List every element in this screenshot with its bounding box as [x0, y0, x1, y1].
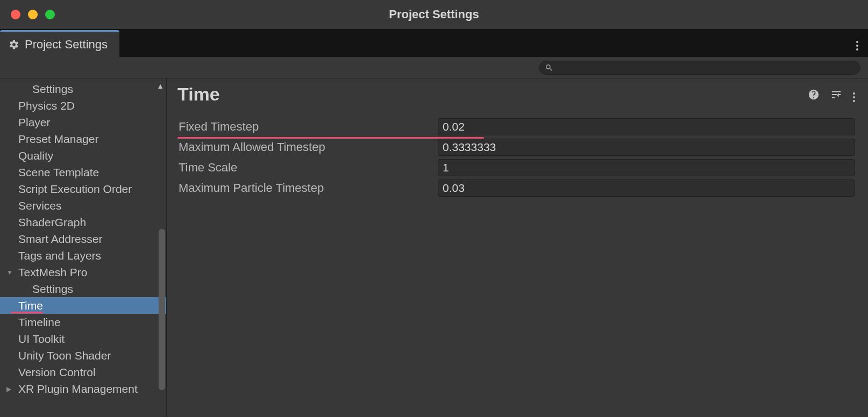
sidebar-item-ui-toolkit[interactable]: UI Toolkit [0, 330, 166, 347]
sidebar-item-label: Physics 2D [18, 99, 75, 112]
sidebar-item-services[interactable]: Services [0, 197, 166, 214]
sidebar-item-label: Settings [32, 83, 73, 96]
sidebar-item-smart-addresser[interactable]: Smart Addresser [0, 231, 166, 247]
sidebar-item-script-execution-order[interactable]: Script Execution Order [0, 181, 166, 197]
toolbar [0, 57, 868, 78]
kebab-icon [853, 92, 855, 102]
sidebar-item-label: Timeline [18, 316, 61, 329]
property-label: Maximum Allowed Timestep [177, 140, 438, 154]
sidebar-item-label: Version Control [18, 366, 96, 379]
sidebar-item-scene-template[interactable]: Scene Template [0, 164, 166, 181]
gear-icon [9, 39, 19, 50]
sidebar-item-time[interactable]: Time [0, 297, 166, 314]
window-controls [11, 10, 55, 19]
arrow-right-icon: ▶ [6, 385, 11, 393]
property-row-maximum-particle-timestep: Maximum Particle Timestep [177, 178, 855, 198]
sidebar-item-version-control[interactable]: Version Control [0, 364, 166, 380]
sidebar-item-settings[interactable]: Settings [0, 81, 166, 97]
sidebar-item-label: TextMesh Pro [18, 266, 87, 279]
close-window-button[interactable] [11, 10, 20, 19]
window-title: Project Settings [0, 8, 868, 21]
sidebar-item-label: Tags and Layers [18, 249, 101, 262]
panel-title: Time [177, 84, 220, 105]
property-label: Maximum Particle Timestep [177, 181, 438, 195]
sidebar-item-quality[interactable]: Quality [0, 147, 166, 164]
sidebar-item-textmesh-pro[interactable]: ▼TextMesh Pro [0, 264, 166, 281]
sidebar-item-label: Preset Manager [18, 133, 98, 146]
sidebar-item-label: Settings [32, 283, 73, 296]
help-icon[interactable] [808, 89, 820, 100]
sidebar-item-label: Time [18, 299, 43, 312]
tab-project-settings[interactable]: Project Settings [0, 30, 119, 57]
tab-label: Project Settings [25, 38, 108, 52]
sidebar-item-player[interactable]: Player [0, 114, 166, 131]
annotation-underline [11, 312, 43, 313]
sidebar-item-unity-toon-shader[interactable]: Unity Toon Shader [0, 347, 166, 364]
sidebar-item-shadergraph[interactable]: ShaderGraph [0, 214, 166, 231]
property-label: Fixed Timestep [177, 120, 438, 134]
window-titlebar: Project Settings [0, 0, 868, 29]
sidebar-item-tags-and-layers[interactable]: Tags and Layers [0, 247, 166, 264]
zoom-window-button[interactable] [45, 10, 55, 19]
property-row-time-scale: Time Scale [177, 157, 855, 178]
property-input-maximum-allowed-timestep[interactable] [438, 139, 855, 156]
settings-slider-icon[interactable] [830, 89, 842, 100]
sidebar-item-settings[interactable]: Settings [0, 281, 166, 297]
sidebar-item-label: Script Execution Order [18, 183, 132, 196]
sidebar-item-physics-2d[interactable]: Physics 2D [0, 97, 166, 114]
panel-menu-button[interactable] [853, 87, 855, 102]
property-input-fixed-timestep[interactable] [438, 118, 855, 135]
sidebar-item-label: XR Plugin Management [18, 383, 138, 396]
main-panel: Time Fixed TimestepMaximum Allowed Times… [167, 78, 868, 417]
sidebar-item-label: Smart Addresser [18, 233, 102, 246]
sidebar-item-label: UI Toolkit [18, 333, 65, 346]
sidebar-item-label: Services [18, 199, 62, 212]
sidebar: SettingsPhysics 2DPlayerPreset ManagerQu… [0, 78, 167, 417]
property-row-fixed-timestep: Fixed Timestep [177, 117, 855, 137]
sidebar-item-label: Player [18, 116, 51, 129]
kebab-icon [856, 41, 858, 51]
sidebar-item-timeline[interactable]: Timeline [0, 314, 166, 330]
search-icon [545, 63, 553, 72]
search-box[interactable] [539, 61, 860, 75]
property-row-maximum-allowed-timestep: Maximum Allowed Timestep [177, 137, 855, 157]
property-input-maximum-particle-timestep[interactable] [438, 179, 855, 197]
sidebar-item-label: ShaderGraph [18, 216, 86, 229]
property-label: Time Scale [177, 161, 438, 175]
property-input-time-scale[interactable] [438, 159, 855, 176]
sidebar-item-label: Quality [18, 149, 53, 162]
tab-strip: Project Settings [0, 29, 868, 57]
sidebar-item-label: Unity Toon Shader [18, 349, 111, 362]
scrollbar-track[interactable] [158, 78, 166, 417]
minimize-window-button[interactable] [28, 10, 38, 19]
search-input[interactable] [558, 63, 855, 73]
arrow-down-icon: ▼ [6, 269, 13, 276]
scrollbar-thumb[interactable] [159, 229, 165, 390]
sidebar-item-xr-plugin-management[interactable]: ▶XR Plugin Management [0, 380, 166, 397]
sidebar-item-preset-manager[interactable]: Preset Manager [0, 131, 166, 147]
sidebar-item-label: Scene Template [18, 166, 99, 179]
window-menu-button[interactable] [856, 35, 858, 51]
